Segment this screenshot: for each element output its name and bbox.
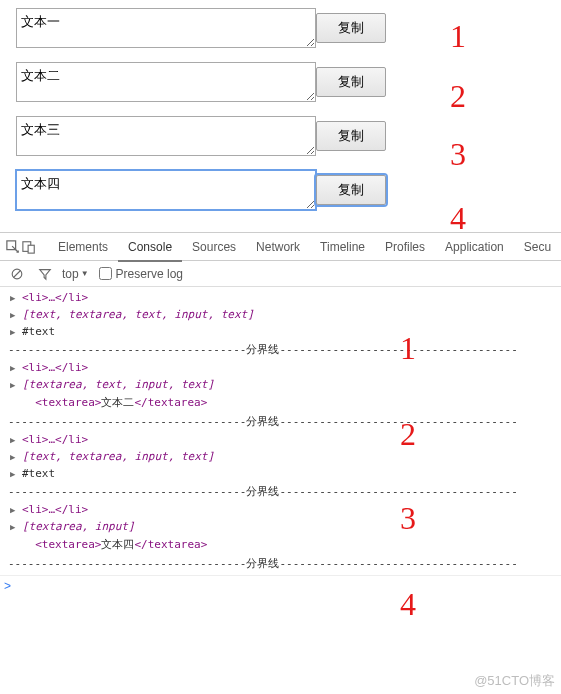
tab-timeline[interactable]: Timeline [310, 234, 375, 260]
preserve-log-label: Preserve log [116, 267, 183, 281]
console-line[interactable]: <textarea>文本二</textarea> [8, 393, 561, 412]
copy-button[interactable]: 复制 [316, 121, 386, 151]
console-line[interactable]: ▶<li>…</li> [8, 359, 561, 376]
annotation: 2 [450, 78, 466, 115]
console-line[interactable]: ▶<li>…</li> [8, 431, 561, 448]
console-divider: ------------------------------------分界线-… [8, 482, 561, 501]
console-output: ▶<li>…</li>▶[text, textarea, text, input… [0, 287, 561, 575]
console-line[interactable]: ▶[textarea, text, input, text] [8, 376, 561, 393]
annotation: 3 [400, 500, 416, 537]
console-line[interactable]: <textarea>文本四</textarea> [8, 535, 561, 554]
console-divider: ------------------------------------分界线-… [8, 412, 561, 431]
devtools-tab-bar: ElementsConsoleSourcesNetworkTimelinePro… [0, 233, 561, 261]
text-input[interactable] [16, 116, 316, 156]
watermark: @51CTO博客 [474, 672, 555, 690]
console-line[interactable]: ▶<li>…</li> [8, 289, 561, 306]
console-filter-bar: top ▼ Preserve log [0, 261, 561, 287]
page-top: 复制复制复制复制 [0, 0, 561, 232]
context-label: top [62, 267, 79, 281]
annotation: 3 [450, 136, 466, 173]
tab-application[interactable]: Application [435, 234, 514, 260]
console-line[interactable]: ▶<li>…</li> [8, 501, 561, 518]
filter-icon[interactable] [34, 263, 56, 285]
console-line[interactable]: ▶[textarea, input] [8, 518, 561, 535]
tab-profiles[interactable]: Profiles [375, 234, 435, 260]
context-dropdown[interactable]: top ▼ [62, 267, 89, 281]
console-divider: ------------------------------------分界线-… [8, 554, 561, 573]
chevron-down-icon: ▼ [81, 269, 89, 278]
text-input[interactable] [16, 62, 316, 102]
tab-console[interactable]: Console [118, 234, 182, 262]
tab-network[interactable]: Network [246, 234, 310, 260]
console-prompt[interactable]: > [0, 575, 561, 596]
console-line[interactable]: ▶[text, textarea, input, text] [8, 448, 561, 465]
tab-elements[interactable]: Elements [48, 234, 118, 260]
annotation: 2 [400, 416, 416, 453]
device-toggle-icon[interactable] [22, 236, 36, 258]
svg-line-4 [14, 270, 21, 277]
annotation: 4 [400, 586, 416, 623]
console-line[interactable]: ▶#text [8, 465, 561, 482]
tab-sources[interactable]: Sources [182, 234, 246, 260]
tab-secu[interactable]: Secu [514, 234, 561, 260]
annotation: 1 [450, 18, 466, 55]
clear-console-icon[interactable] [6, 263, 28, 285]
copy-button[interactable]: 复制 [316, 13, 386, 43]
annotation: 1 [400, 330, 416, 367]
copy-button[interactable]: 复制 [316, 175, 386, 205]
text-input[interactable] [16, 170, 316, 210]
console-line[interactable]: ▶[text, textarea, text, input, text] [8, 306, 561, 323]
inspect-icon[interactable] [6, 236, 20, 258]
console-line[interactable]: ▶#text [8, 323, 561, 340]
annotation: 4 [450, 200, 466, 237]
console-divider: ------------------------------------分界线-… [8, 340, 561, 359]
svg-rect-2 [28, 245, 34, 253]
text-input[interactable] [16, 8, 316, 48]
preserve-log-checkbox[interactable] [99, 267, 112, 280]
copy-button[interactable]: 复制 [316, 67, 386, 97]
preserve-log[interactable]: Preserve log [99, 267, 183, 281]
devtools-panel: ElementsConsoleSourcesNetworkTimelinePro… [0, 232, 561, 596]
